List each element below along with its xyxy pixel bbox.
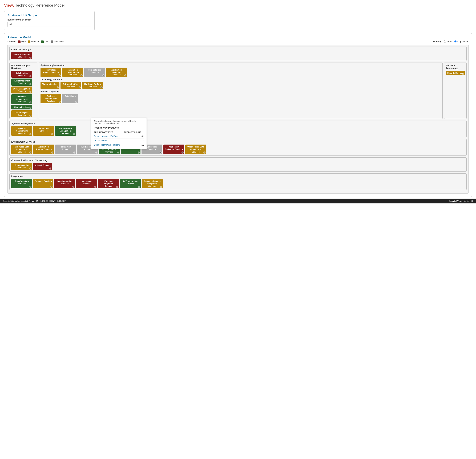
info-icon-transport[interactable]: i [51,186,52,188]
tile-app-packaging[interactable]: Application Packaging Services i [163,145,184,154]
tile-integration-dev[interactable]: Integration Development Services i [62,67,83,77]
tile-app-dev[interactable]: Application Development Services i [106,67,127,77]
low-dot [41,41,44,43]
info-icon-hw-platform[interactable]: i [101,86,102,88]
tile-software-platform[interactable]: Software Platform Services i [60,82,81,89]
tile-tech-adapter[interactable]: Technology Adapter Services i [41,67,61,77]
info-icon-scheduling[interactable]: i [160,151,162,154]
info-icon-platform[interactable]: i [57,86,59,88]
tile-function-integration[interactable]: Function Integration Services i [98,179,119,189]
tooltip-description: Physical technology hardware upon which … [94,120,144,125]
tile-data-analysis[interactable]: Data Analysis Services i [11,110,32,117]
business-unit-input[interactable] [8,22,91,27]
legend-high-label: High [21,41,26,43]
info-icon-data-rep[interactable]: i [117,151,119,154]
info-icon-unstruct-data[interactable]: i [204,151,205,154]
systems-impl-title: Systems Implementation [41,64,441,67]
tile-security-services[interactable]: Security Services i [446,71,465,75]
info-icon-transaction[interactable]: i [73,151,75,154]
tile-transport[interactable]: Transport Services i [33,179,53,189]
info-icon-biz-func[interactable]: i [59,101,61,103]
tile-data-mining[interactable]: Data Mining i [62,94,78,103]
tile-hardware-platform[interactable]: Hardware Platform Services i [82,82,103,89]
tile-business-func[interactable]: Business Functionality Services i [41,94,61,103]
info-icon-collab[interactable]: i [29,75,32,77]
tooltip-tech-type[interactable]: Mobile Phone [94,138,124,143]
overlay-duplication-radio[interactable] [454,41,457,43]
info-icon-app-dev[interactable]: i [124,74,126,76]
tooltip-product-count: 61 [124,134,144,138]
business-systems-section: Business Systems Business Functionality … [41,90,441,103]
info-icon-data-integration[interactable]: i [72,186,74,188]
comms-networking-section: Communications and Networking Communicat… [9,157,467,172]
info-icon-security[interactable]: i [462,73,464,75]
tile-collaboration[interactable]: Collaboration Services i [11,71,32,78]
info-icon-workflow[interactable]: i [29,101,32,103]
tooltip-row[interactable]: Desktop Hardware Platform11 [94,143,144,147]
info-icon-directory[interactable]: i [138,151,140,154]
tile-messaging[interactable]: Messaging Services i [76,179,97,189]
info-icon-transformation[interactable]: i [29,186,32,188]
info-icon-data-analysis[interactable]: i [29,115,32,117]
client-tech-tiles: User Presentation Services i [11,52,465,59]
tile-rule-mgmt[interactable]: Rule Management Services i [11,79,32,86]
tile-rule-definition[interactable]: Rule Definition Services i [84,67,105,77]
tooltip-product-count: 1 [124,138,144,143]
info-icon-sw-issue[interactable]: i [73,133,75,135]
business-systems-title: Business Systems [41,90,441,93]
info-icon-soft-platform[interactable]: i [79,86,81,88]
info-icon-comm[interactable]: i [29,167,32,170]
tile-software-issue[interactable]: Software Issue Management Services i [55,126,76,136]
info-icon-sys-mgmt[interactable]: i [29,133,32,135]
tooltip-product-count: 11 [124,143,144,147]
legend-undefined-label: Undefined [54,41,64,43]
info-icon-messaging[interactable]: i [94,186,96,188]
tile-search[interactable]: Search Services i [11,105,32,109]
tooltip-row[interactable]: Mobile Phone1 [94,138,144,143]
tile-bpi[interactable]: Business Process Integration Services i [142,179,163,189]
overlay-none-radio[interactable] [444,41,446,43]
tooltip-tech-type[interactable]: Server Hardware Platform [94,134,124,138]
info-icon-app-runtime[interactable]: i [51,151,53,154]
tile-network[interactable]: Network Services i [33,163,52,170]
tile-workflow[interactable]: Workflow Management Services i [11,94,32,104]
integration-section: Integration Transformation Services i Tr… [9,173,467,190]
tile-transformation[interactable]: Transformation Services i [11,179,32,189]
info-icon-tech-adapter[interactable]: i [59,74,61,76]
info-icon-data-mining[interactable]: i [75,101,77,103]
tile-transaction[interactable]: Transaction Services i [55,145,76,154]
overlay-none-option[interactable]: None [444,40,452,43]
tile-data-integration[interactable]: Data Integration Services i [54,179,75,189]
info-icon-integration-dev[interactable]: i [80,74,83,76]
info-icon-rule-def[interactable]: i [102,74,104,76]
business-support-tiles: Collaboration Services i Rule Management… [11,71,35,117]
info-icon[interactable]: i [29,57,32,59]
tile-unstructured-data[interactable]: Unstructured Data Management Services i [185,145,206,154]
info-icon-bpi[interactable]: i [160,186,162,188]
info-icon-monitoring[interactable]: i [51,133,53,135]
info-icon-func-integration[interactable]: i [116,186,118,188]
overlay-duplication-option[interactable]: Duplication [454,40,468,43]
info-icon-b2b[interactable]: i [138,186,140,188]
info-icon-search[interactable]: i [29,107,32,109]
security-tech-tiles: Security Services i [446,71,465,75]
tile-b2b-integration[interactable]: B2B Integration Services i [120,179,141,189]
info-icon-event-mgmt[interactable]: i [29,91,32,93]
tile-systems-mgmt[interactable]: Systems Management Services i [11,126,32,136]
info-icon-network[interactable]: i [49,167,51,170]
tooltip-row[interactable]: Server Hardware Platform61 [94,134,144,138]
tile-monitoring[interactable]: Monitoring Services i [33,126,54,136]
tile-platform-services[interactable]: Platform Services i [41,82,60,89]
client-tech-block: Client Technology User Presentation Serv… [9,47,467,61]
tile-user-presentation[interactable]: User Presentation Services i [11,52,32,59]
info-icon-rule-mgmt[interactable]: i [29,83,32,85]
tile-event-mgmt[interactable]: Event Management Services i [11,86,32,94]
tile-communication[interactable]: Communication Services i [11,163,32,170]
info-icon-app-packaging[interactable]: i [181,151,184,154]
info-icon-struct-data[interactable]: i [29,151,32,154]
tile-structured-data[interactable]: Structured Data Management Services i [11,145,32,154]
info-icon-rule-exec[interactable]: i [95,151,97,154]
business-systems-tiles: Business Functionality Services i Data M… [41,94,441,103]
tooltip-tech-type[interactable]: Desktop Hardware Platform [94,143,124,147]
tile-app-runtime[interactable]: Application Runtime Services i [33,145,54,154]
